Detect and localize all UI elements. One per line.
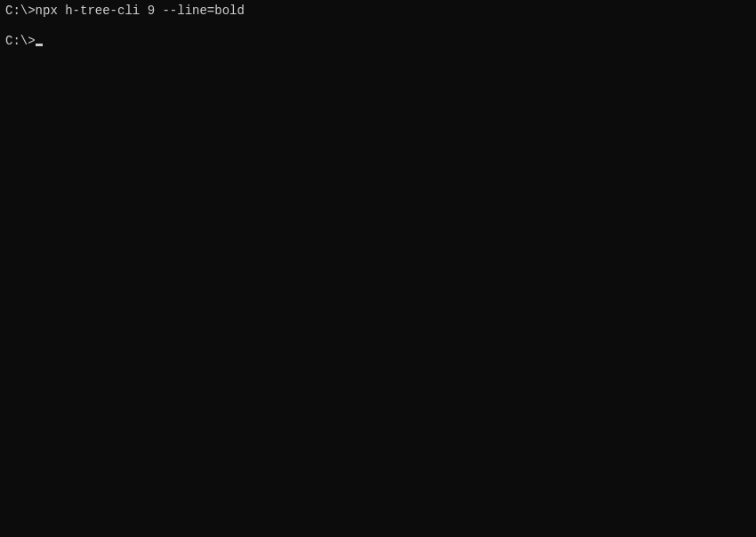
terminal-window[interactable]: C:\>npx h-tree-cli 9 --line=bold C:\> [0,0,756,52]
prompt-prefix-2: C:\> [5,34,36,48]
command-text: npx h-tree-cli 9 --line=bold [36,4,245,18]
prompt-line-1: C:\>npx h-tree-cli 9 --line=bold [5,4,245,18]
cursor [36,44,43,46]
prompt-prefix: C:\> [5,4,36,18]
prompt-line-2: C:\> [5,34,43,48]
